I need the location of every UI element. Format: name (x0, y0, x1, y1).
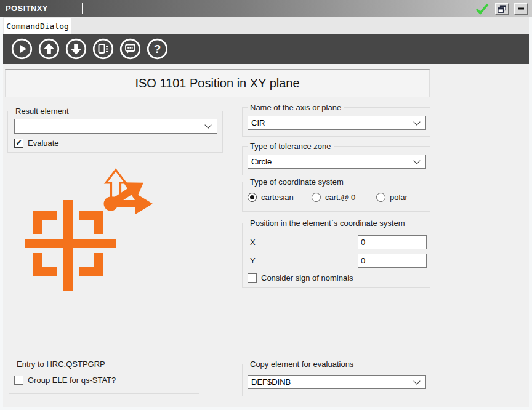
tab-label: CommandDialog (6, 22, 69, 31)
group-ele-row[interactable]: Group ELE for qs-STAT? (14, 376, 116, 385)
x-label: X (250, 238, 256, 247)
help-button[interactable]: ? (147, 38, 168, 60)
position-symbol-icon (22, 168, 163, 294)
chevron-down-icon (413, 377, 420, 384)
command-dialog-window: POSITNXY (0, 0, 532, 410)
polar-label: polar (390, 193, 408, 202)
group-tolerance-zone-label: Type of tolerance zone (248, 142, 334, 151)
group-ele-label: Group ELE for qs-STAT? (28, 376, 116, 385)
toolbar: ? (3, 34, 529, 64)
consider-sign-label: Consider sign of nominals (261, 273, 353, 283)
window-frame-bottom (0, 407, 532, 410)
dialog-header: ISO 1101 Position in XY plane (5, 69, 430, 97)
evaluate-checkbox[interactable] (14, 139, 23, 148)
group-hrc-entry-label: Entry to HRC:QSTPGRP (14, 360, 108, 369)
group-axis-plane: Name of the axis or plane CIR (242, 107, 430, 137)
consider-sign-row[interactable]: Consider sign of nominals (248, 273, 353, 283)
window-frame-right (529, 17, 532, 410)
clipboard-list-button[interactable] (92, 38, 114, 60)
radio-polar-row[interactable]: polar (376, 193, 408, 202)
group-result-element-label: Result element (13, 107, 71, 116)
axis-plane-value: CIR (251, 118, 265, 127)
group-coordinate-system: Type of coordinate system cartesian cart… (242, 182, 430, 212)
copy-element-value: DEF$DINB (251, 377, 291, 387)
copy-element-combobox[interactable]: DEF$DINB (248, 375, 426, 389)
clipboard-list-icon (99, 44, 108, 53)
cart-at-0-label: cart.@ 0 (325, 193, 355, 202)
group-position-label: Position in the element`s coordinate sys… (248, 219, 407, 228)
tab-strip: CommandDialog (3, 17, 529, 34)
play-icon (20, 45, 26, 54)
move-down-button[interactable] (65, 38, 87, 60)
group-coordinate-system-label: Type of coordinate system (248, 177, 346, 187)
group-result-element: Result element Evaluate (7, 111, 223, 153)
evaluate-checkbox-row[interactable]: Evaluate (14, 139, 59, 148)
tolerance-zone-combobox[interactable]: Circle (248, 155, 426, 169)
result-element-combobox[interactable] (14, 119, 217, 134)
comment-icon (126, 45, 135, 54)
restore-window-button[interactable] (495, 3, 509, 15)
minimize-icon (517, 7, 525, 10)
cartesian-label: cartesian (261, 193, 294, 202)
x-input[interactable] (358, 235, 427, 249)
evaluate-label: Evaluate (28, 139, 59, 148)
group-hrc-entry: Entry to HRC:QSTPGRP Group ELE for qs-ST… (9, 364, 200, 394)
axis-plane-combobox[interactable]: CIR (248, 116, 426, 130)
tolerance-zone-value: Circle (251, 157, 272, 166)
window-title: POSITNXY (6, 4, 48, 13)
run-button[interactable] (11, 38, 33, 60)
polar-radio[interactable] (376, 193, 385, 202)
y-label: Y (250, 256, 256, 265)
consider-sign-checkbox[interactable] (248, 273, 257, 283)
cart-at-0-radio[interactable] (312, 193, 321, 202)
arrow-up-icon (44, 44, 54, 55)
cartesian-radio[interactable] (248, 193, 257, 202)
comment-button[interactable] (119, 38, 141, 60)
confirm-check-icon[interactable] (475, 2, 490, 15)
radio-cartesian-row[interactable]: cartesian (248, 193, 294, 202)
titlebar-separator (82, 3, 83, 14)
window-frame-left (0, 17, 3, 410)
move-up-button[interactable] (38, 38, 60, 60)
chevron-down-icon (413, 157, 420, 164)
question-mark-icon: ? (154, 42, 161, 55)
y-input[interactable] (358, 254, 427, 268)
tab-command-dialog[interactable]: CommandDialog (4, 18, 71, 34)
arrow-down-icon (71, 44, 81, 55)
titlebar: POSITNXY (0, 0, 532, 17)
radio-cart0-row[interactable]: cart.@ 0 (312, 193, 355, 202)
group-axis-plane-label: Name of the axis or plane (248, 103, 344, 112)
group-ele-checkbox[interactable] (14, 376, 23, 385)
group-copy-element: Copy element for evaluations DEF$DINB (242, 364, 430, 396)
chevron-down-icon (413, 118, 420, 125)
chevron-down-icon (204, 121, 211, 128)
minimize-window-button[interactable] (514, 3, 528, 15)
page-title: ISO 1101 Position in XY plane (135, 76, 299, 90)
group-position: Position in the element`s coordinate sys… (242, 223, 430, 288)
group-copy-element-label: Copy element for evaluations (248, 360, 356, 369)
restore-window-icon (498, 5, 506, 13)
group-tolerance-zone: Type of tolerance zone Circle (242, 146, 430, 175)
